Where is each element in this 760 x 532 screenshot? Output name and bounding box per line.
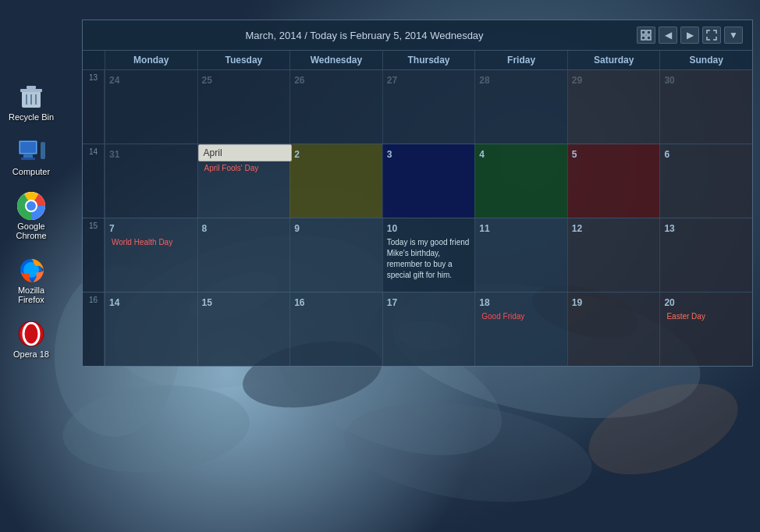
day-header-wednesday: Wednesday <box>289 51 382 69</box>
cell-mar28[interactable]: 28 <box>474 70 567 144</box>
chrome-icon-item[interactable]: Google Chrome <box>5 187 58 243</box>
date-apr5: 5 <box>572 149 577 160</box>
date-apr15: 15 <box>202 297 212 308</box>
firefox-icon <box>16 254 47 286</box>
opera-icon-item[interactable]: Opera 18 <box>5 315 58 362</box>
date-apr20: 20 <box>664 297 674 308</box>
date-mar25: 25 <box>202 75 212 86</box>
cell-apr9[interactable]: 9 <box>289 218 382 292</box>
cell-mar24[interactable]: 24 <box>105 70 197 144</box>
calendar-widget: March, 2014 / Today is February 5, 2014 … <box>82 20 753 367</box>
cell-apr1[interactable]: 1 April April Fools' Day <box>197 144 290 218</box>
date-apr18: 18 <box>479 297 489 308</box>
cell-apr20[interactable]: 20 Easter Day <box>659 293 752 366</box>
cell-apr17[interactable]: 17 <box>382 293 475 366</box>
svg-rect-13 <box>27 86 36 89</box>
svg-rect-35 <box>647 36 651 40</box>
svg-rect-22 <box>41 142 45 159</box>
event-mike-birthday: Today is my good friend Mike's birthday,… <box>387 237 471 281</box>
week-num-13: 13 <box>83 70 105 144</box>
event-april-fools: April Fools' Day <box>202 162 286 174</box>
date-apr2: 2 <box>294 149 300 160</box>
recycle-bin-label: Recycle Bin <box>9 112 54 122</box>
date-apr19: 19 <box>572 297 582 308</box>
date-apr16: 16 <box>294 297 304 308</box>
calendar-controls: ◀ ▶ ▼ <box>637 27 743 44</box>
cell-apr11[interactable]: 11 <box>474 218 567 292</box>
date-apr13: 13 <box>664 223 674 234</box>
date-apr14: 14 <box>109 297 119 308</box>
cell-apr13[interactable]: 13 <box>659 218 752 292</box>
cell-apr2[interactable]: 2 <box>289 144 382 218</box>
chrome-icon <box>16 190 47 222</box>
computer-icon <box>16 136 47 167</box>
cell-mar30[interactable]: 30 <box>659 70 752 144</box>
opera-label: Opera 18 <box>13 349 49 359</box>
date-mar27: 27 <box>387 75 397 86</box>
day-header-thursday: Thursday <box>382 51 475 69</box>
cell-apr10[interactable]: 10 Today is my good friend Mike's birthd… <box>382 218 475 292</box>
svg-rect-19 <box>23 154 33 158</box>
cell-apr8[interactable]: 8 <box>197 218 290 292</box>
svg-rect-33 <box>647 30 651 34</box>
calendar-week-13: 13 24 25 26 27 28 29 30 <box>83 69 752 144</box>
svg-rect-20 <box>21 158 35 160</box>
cell-apr19[interactable]: 19 <box>567 293 660 366</box>
cell-mar25[interactable]: 25 <box>197 70 290 144</box>
cell-apr12[interactable]: 12 <box>567 218 660 292</box>
calendar-next-button[interactable]: ▶ <box>680 27 699 44</box>
calendar-body: 13 24 25 26 27 28 29 30 14 31 1 April Ap… <box>83 69 752 366</box>
date-apr8: 8 <box>202 223 208 234</box>
date-mar28: 28 <box>479 75 489 86</box>
calendar-header: March, 2014 / Today is February 5, 2014 … <box>83 20 752 51</box>
cell-apr18[interactable]: 18 Good Friday <box>474 293 567 366</box>
computer-icon-item[interactable]: Computer <box>5 133 58 179</box>
svg-rect-34 <box>641 36 645 40</box>
expand-icon <box>706 30 717 41</box>
date-apr17: 17 <box>387 297 397 308</box>
firefox-label: Mozilla Firefox <box>8 286 55 304</box>
event-world-health-day: World Health Day <box>109 236 194 248</box>
cell-apr4[interactable]: 4 <box>474 144 567 218</box>
cell-mar31[interactable]: 31 <box>105 144 197 218</box>
day-header-saturday: Saturday <box>567 51 660 69</box>
date-mar31: 31 <box>109 149 119 160</box>
cell-apr14[interactable]: 14 <box>105 293 197 366</box>
cell-apr5[interactable]: 5 <box>567 144 660 218</box>
week-num-14: 14 <box>83 144 105 218</box>
date-apr6: 6 <box>664 149 669 160</box>
event-easter-day: Easter Day <box>664 310 748 322</box>
day-header-monday: Monday <box>105 51 197 69</box>
firefox-icon-item[interactable]: Mozilla Firefox <box>5 251 58 307</box>
day-header-friday: Friday <box>474 51 567 69</box>
week-num-15: 15 <box>83 218 105 292</box>
calendar-view-icon <box>641 30 652 41</box>
cell-mar27[interactable]: 27 <box>382 70 475 144</box>
date-apr10: 10 <box>387 223 397 234</box>
week-num-16: 16 <box>83 293 105 366</box>
cell-mar26[interactable]: 26 <box>289 70 382 144</box>
date-apr12: 12 <box>572 223 582 234</box>
calendar-dropdown-button[interactable]: ▼ <box>724 27 743 44</box>
date-mar30: 30 <box>664 75 674 86</box>
calendar-view-button[interactable] <box>637 27 655 44</box>
cell-apr7[interactable]: 7 World Health Day <box>105 218 197 292</box>
cell-apr6[interactable]: 6 <box>659 144 752 218</box>
cell-apr3[interactable]: 3 <box>382 144 475 218</box>
computer-label: Computer <box>12 167 50 176</box>
calendar-prev-button[interactable]: ◀ <box>659 27 677 44</box>
date-apr4: 4 <box>479 149 485 160</box>
cell-apr16[interactable]: 16 <box>289 293 382 366</box>
recycle-bin-icon-item[interactable]: Recycle Bin <box>5 78 58 125</box>
date-mar29: 29 <box>572 75 582 86</box>
calendar-expand-button[interactable] <box>702 27 721 44</box>
cell-mar29[interactable]: 29 <box>567 70 660 144</box>
cell-apr15[interactable]: 15 <box>197 293 290 366</box>
opera-icon <box>16 318 47 349</box>
svg-point-26 <box>27 201 36 211</box>
day-header-tuesday: Tuesday <box>197 51 290 69</box>
date-mar24: 24 <box>109 75 119 86</box>
day-header-sunday: Sunday <box>659 51 752 69</box>
date-apr11: 11 <box>479 223 489 234</box>
date-apr7: 7 <box>109 223 115 234</box>
